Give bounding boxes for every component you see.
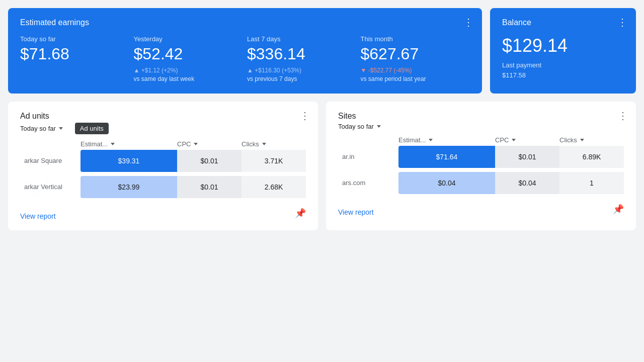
yesterday-change-vs: vs same day last week <box>134 75 195 82</box>
thismonth-change: ▼ -$522.77 (-45%) vs same period last ye… <box>361 66 470 83</box>
widget-header-left: Ad units Today so far Ad units <box>20 112 109 134</box>
sites-filter-dropdown[interactable]: Today so far <box>338 123 381 130</box>
row-2-cells: $23.99 $0.01 2.68K <box>80 176 306 198</box>
thismonth-label: This month <box>361 35 470 43</box>
earnings-thismonth: This month $627.67 ▼ -$522.77 (-45%) vs … <box>361 35 470 83</box>
sites-footer: View report 📌 <box>338 202 624 216</box>
sites-col-header-estimated[interactable]: Estimat... <box>398 136 495 144</box>
sites-filter-label: Today so far <box>338 123 374 130</box>
sites-row-1-cells: $71.64 $0.01 6.89K <box>398 146 624 168</box>
today-label: Today so far <box>20 35 130 43</box>
ad-units-tooltip: Ad units <box>75 123 109 134</box>
sites-row-2-clicks: 1 <box>559 172 624 194</box>
balance-card-title: Balance <box>502 18 624 27</box>
sites-col-header-clicks[interactable]: Clicks <box>559 136 624 144</box>
sites-row-1-clicks: 6.89K <box>559 146 624 168</box>
sites-table-row: ar.in $71.64 $0.01 6.89K <box>338 146 624 168</box>
row-1-cells: $39.31 $0.01 3.71K <box>80 150 306 172</box>
yesterday-value: $52.42 <box>134 45 244 63</box>
balance-card: Balance ⋮ $129.14 Last payment $117.58 <box>490 8 636 94</box>
sites-title: Sites <box>338 112 375 121</box>
ad-units-filter-label: Today so far <box>20 125 56 132</box>
thismonth-value: $627.67 <box>361 45 470 63</box>
sites-table-header: Estimat... CPC Clicks <box>338 136 624 144</box>
estimated-sort-icon <box>111 143 115 145</box>
table-row: arkar Square $39.31 $0.01 3.71K <box>20 150 306 172</box>
7days-change-vs: vs previous 7 days <box>247 75 297 82</box>
earnings-yesterday: Yesterday $52.42 ▲ +$1.12 (+2%) vs same … <box>134 35 244 83</box>
sites-row-2-cells: $0.04 $0.04 1 <box>398 172 624 194</box>
row-1-clicks: 3.71K <box>242 150 306 172</box>
ad-units-title: Ad units <box>20 112 103 121</box>
balance-value: $129.14 <box>502 35 624 56</box>
col-header-estimated[interactable]: Estimat... <box>80 140 177 148</box>
7days-value: $336.14 <box>247 45 357 63</box>
balance-more-button[interactable]: ⋮ <box>617 16 628 28</box>
ad-units-widget: Ad units Today so far Ad units ⋮ Estimat… <box>8 102 318 230</box>
ad-units-table-header: Estimat... CPC Clicks <box>20 140 306 148</box>
last-payment-label: Last payment <box>502 61 541 69</box>
sites-widget: Sites Today so far ⋮ Estimat... CPC <box>326 102 636 230</box>
cpc-sort-icon <box>194 143 198 145</box>
row-2-cpc: $0.01 <box>177 176 242 198</box>
sites-pin-icon[interactable]: 📌 <box>613 204 624 215</box>
balance-last-payment: Last payment $117.58 <box>502 60 624 80</box>
ad-units-pin-icon[interactable]: 📌 <box>295 208 306 219</box>
estimated-earnings-card: Estimated earnings ⋮ Today so far $71.68… <box>8 8 482 94</box>
sites-estimated-sort-icon <box>429 139 433 141</box>
ad-units-view-report-link[interactable]: View report <box>20 212 56 220</box>
7days-change-amount: ▲ +$116.30 (+53%) <box>247 67 301 74</box>
earnings-today: Today so far $71.68 <box>20 35 130 83</box>
sites-row-2-label: ars.com <box>338 179 398 187</box>
yesterday-label: Yesterday <box>134 35 244 43</box>
row-1-estimated: $39.31 <box>80 150 177 172</box>
earnings-grid: Today so far $71.68 Yesterday $52.42 ▲ +… <box>20 35 470 83</box>
sites-row-1-label: ar.in <box>338 153 398 160</box>
sites-more-button[interactable]: ⋮ <box>618 110 628 122</box>
yesterday-change-amount: ▲ +$1.12 (+2%) <box>134 67 178 74</box>
row-2-clicks: 2.68K <box>242 176 306 198</box>
row-2-estimated: $23.99 <box>80 176 177 198</box>
sites-cpc-sort-icon <box>512 139 516 141</box>
sites-row-1-estimated: $71.64 <box>398 146 495 168</box>
row-2-label: arkar Vertical <box>20 183 80 191</box>
earnings-more-button[interactable]: ⋮ <box>463 16 474 28</box>
sites-clicks-sort-icon <box>580 139 584 141</box>
sites-col-header-cpc[interactable]: CPC <box>495 136 559 144</box>
ad-units-footer: View report 📌 <box>20 206 306 220</box>
row-1-label: arkar Square <box>20 157 80 164</box>
sites-row-2-cpc: $0.04 <box>495 172 559 194</box>
yesterday-change: ▲ +$1.12 (+2%) vs same day last week <box>134 66 244 83</box>
ad-units-rows: Canva Canva arkar Square $39.31 $0.01 3.… <box>20 150 306 200</box>
sites-row-1-cpc: $0.01 <box>495 146 559 168</box>
thismonth-change-vs: vs same period last year <box>361 75 426 82</box>
sites-widget-header-left: Sites Today so far <box>338 112 381 130</box>
sites-row-2-estimated: $0.04 <box>398 172 495 194</box>
sites-table: Estimat... CPC Clicks Canva Canva <box>338 136 624 196</box>
sites-table-row: ars.com $0.04 $0.04 1 <box>338 172 624 194</box>
ad-units-filter-chevron <box>59 127 63 130</box>
last-payment-value: $117.58 <box>502 71 526 79</box>
col-header-cpc[interactable]: CPC <box>177 140 242 148</box>
ad-units-table: Estimat... CPC Clicks Canva Canva <box>20 140 306 200</box>
7days-label: Last 7 days <box>247 35 357 43</box>
row-1-cpc: $0.01 <box>177 150 242 172</box>
sites-rows: Canva Canva ar.in $71.64 $0.01 6.89K <box>338 146 624 196</box>
col-header-clicks[interactable]: Clicks <box>242 140 306 148</box>
table-row: arkar Vertical $23.99 $0.01 2.68K <box>20 176 306 198</box>
clicks-sort-icon <box>262 143 266 145</box>
earnings-7days: Last 7 days $336.14 ▲ +$116.30 (+53%) vs… <box>247 35 357 83</box>
sites-view-report-link[interactable]: View report <box>338 208 374 216</box>
thismonth-change-amount: ▼ -$522.77 (-45%) <box>361 67 412 74</box>
today-value: $71.68 <box>20 45 130 63</box>
7days-change: ▲ +$116.30 (+53%) vs previous 7 days <box>247 66 357 83</box>
ad-units-filter-dropdown[interactable]: Today so far <box>20 125 63 132</box>
earnings-card-title: Estimated earnings <box>20 18 470 27</box>
sites-filter-chevron <box>377 125 381 128</box>
ad-units-more-button[interactable]: ⋮ <box>300 110 310 122</box>
